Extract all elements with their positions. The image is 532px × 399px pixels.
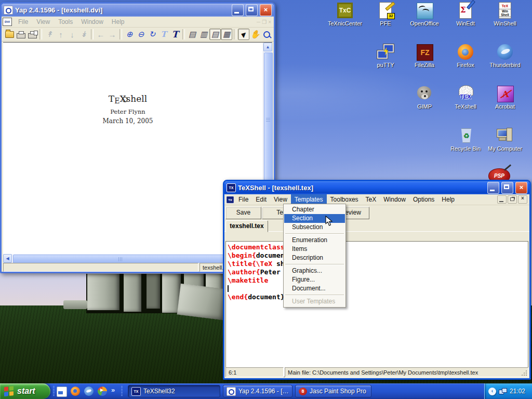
prev-page-icon[interactable]: ↑	[55, 29, 66, 40]
mdi-close-button[interactable]: ×	[518, 195, 527, 204]
templates-menu-item[interactable]: Description	[284, 254, 345, 262]
text-render-icon[interactable]: T	[169, 29, 181, 40]
tray-collapse-chevron[interactable]: ‹	[488, 388, 496, 395]
network-tray-icon[interactable]	[499, 388, 507, 394]
winshell-icon: TeXWin Shell	[496, 2, 514, 19]
templates-menu-item[interactable]: Chapter	[284, 205, 345, 214]
code-editor[interactable]: \documentclass{article}\begin{document}\…	[225, 241, 528, 377]
first-page-icon[interactable]: ↟	[44, 29, 55, 40]
texshell-menu-item[interactable]: File	[235, 194, 252, 205]
thunderbird-quicklaunch-icon[interactable]	[84, 387, 94, 396]
yap-menu-item[interactable]: Window	[77, 17, 108, 26]
select-tool-icon[interactable]: ▶	[238, 29, 249, 40]
desktop-icon-gimp[interactable]: GIMP	[401, 85, 448, 110]
pfe-icon: 32	[377, 2, 394, 19]
code-line: \title{\TeX shell}	[228, 260, 528, 268]
templates-menu-item[interactable]: Section	[284, 214, 345, 223]
minimize-button[interactable]	[232, 4, 244, 16]
desktop-icon-texniccenter[interactable]: TxC TeXnicCenter	[322, 2, 368, 26]
continuous-view-icon[interactable]: ▦	[221, 29, 232, 40]
save-button[interactable]: Save	[225, 207, 261, 219]
back-icon[interactable]: ←	[95, 29, 107, 40]
desktop-icon-openoffice[interactable]: OpenOffice	[401, 2, 448, 26]
editor-tab-bar: texshell.tex	[224, 220, 529, 232]
desktop-icon-acrobat[interactable]: A Acrobat	[482, 85, 528, 110]
show-desktop-icon[interactable]	[57, 387, 67, 397]
texshell-menu-item[interactable]: View	[270, 194, 291, 205]
vertical-scroll-thumb[interactable]	[264, 52, 273, 183]
mdi-minimize-button[interactable]	[497, 195, 507, 204]
templates-menu-item[interactable]: Graphics...	[284, 267, 345, 275]
minimize-button[interactable]	[487, 182, 499, 194]
start-button[interactable]: start	[0, 383, 50, 399]
print-icon[interactable]	[15, 29, 26, 40]
facing-pages-icon[interactable]: ▥	[198, 29, 209, 40]
yap-menu-item[interactable]: Help	[108, 17, 129, 26]
refresh-icon[interactable]: ↻	[147, 29, 158, 40]
resize-grip[interactable]	[521, 369, 527, 376]
texshell-menu-item[interactable]: Edit	[252, 194, 270, 205]
texshell-statusbar: 6:1 Main file: C:\Documents and Settings…	[225, 367, 528, 377]
text-outline-icon[interactable]: T	[158, 29, 169, 40]
templates-menu-item	[285, 233, 344, 234]
desktop-icon-winshell[interactable]: TeXWin Shell WinShell	[482, 2, 528, 26]
close-button[interactable]: ×	[515, 182, 527, 194]
texshell-menu-item[interactable]: Help	[438, 194, 458, 205]
texshell-icon: TEX	[457, 85, 474, 102]
maximize-button[interactable]	[501, 182, 513, 194]
toolbar-grip[interactable]	[53, 386, 55, 396]
mdi-controls: ×	[497, 195, 528, 204]
texshell-menu-item[interactable]: Toolboxes	[327, 194, 362, 205]
templates-menu-item[interactable]: Items	[284, 245, 345, 254]
forward-icon[interactable]: →	[107, 29, 118, 40]
templates-menu-item[interactable]: Enumeration	[284, 236, 345, 245]
page-width-icon[interactable]: ▤	[209, 29, 221, 40]
dvi-document-icon[interactable]: DVI	[3, 18, 12, 26]
maximize-button[interactable]	[246, 4, 258, 16]
zoom-in-icon[interactable]: ⊕	[124, 29, 135, 40]
last-page-icon[interactable]: ↡	[78, 29, 89, 40]
mdi-restore-button[interactable]	[508, 195, 517, 204]
tab-texshell-tex[interactable]: texshell.tex	[225, 220, 268, 232]
desktop-icon-my-computer[interactable]: My Computer	[482, 127, 528, 152]
print-pages-icon[interactable]	[26, 29, 38, 40]
texshell-app-icon[interactable]: TX	[227, 183, 236, 192]
media-player-quicklaunch-icon[interactable]	[98, 387, 107, 396]
taskbar-button-texshell[interactable]: TX TeXShell32	[128, 385, 220, 397]
desktop-icon-thunderbird[interactable]: Thunderbird	[482, 43, 528, 68]
next-page-icon[interactable]: ↓	[66, 29, 78, 40]
desktop-icon-filezilla[interactable]: FZ FileZilla	[401, 43, 448, 68]
taskbar-button-paintshoppro[interactable]: 8 Jasc Paint Shop Pro	[295, 385, 371, 397]
filezilla-icon: FZ	[416, 43, 433, 61]
scroll-left-button[interactable]: ◀	[3, 254, 12, 263]
texshell-menu-item[interactable]: Options	[409, 194, 438, 205]
texshell-titlebar[interactable]: TX TeXShell - [texshell.tex] ×	[224, 181, 529, 194]
yap-app-icon[interactable]	[4, 6, 13, 15]
firefox-quicklaunch-icon[interactable]	[71, 387, 80, 396]
templates-menu-item[interactable]: Document...	[284, 284, 345, 293]
icon-label: GIMP	[401, 103, 448, 110]
yap-menu-item[interactable]: File	[14, 17, 32, 26]
templates-menu-item[interactable]: Figure...	[284, 275, 345, 284]
toolbar-grip[interactable]	[121, 386, 123, 396]
open-icon[interactable]	[4, 29, 15, 40]
single-page-icon[interactable]: ▤	[187, 29, 198, 40]
close-button[interactable]: ×	[260, 4, 272, 16]
taskbar-button-yap[interactable]: Yap 2.4.1596 - [texs...	[223, 385, 292, 397]
texshell-menu-item[interactable]: Templates	[291, 194, 327, 205]
hand-tool-icon[interactable]: ✋	[249, 29, 261, 40]
quicklaunch-overflow-chevron[interactable]: »	[111, 386, 115, 394]
yap-titlebar[interactable]: Yap 2.4.1596 - [texshell.dvi] ×	[2, 4, 274, 17]
yap-menu-item[interactable]: View	[32, 17, 54, 26]
mdi-system-icon[interactable]: TX	[226, 196, 234, 203]
templates-menu-item[interactable]: Subsection	[284, 223, 345, 232]
scroll-up-button[interactable]: ▲	[263, 43, 272, 51]
dvi-author-text: Peter Flynn	[3, 108, 252, 115]
texshell-menu-item[interactable]: TeX	[362, 194, 380, 205]
horizontal-scroll-thumb[interactable]	[13, 255, 224, 263]
zoom-out-icon[interactable]: ⊖	[135, 29, 147, 40]
texshell-menu-item[interactable]: Window	[380, 194, 409, 205]
yap-menu-item[interactable]: Tools	[54, 17, 77, 26]
taskbar-clock[interactable]: 21:02	[510, 388, 525, 395]
magnifier-tool-icon[interactable]	[261, 29, 272, 40]
